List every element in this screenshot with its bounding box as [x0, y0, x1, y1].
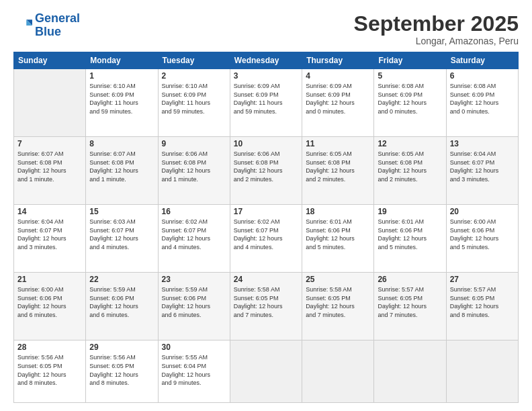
day-info: Sunrise: 5:57 AM Sunset: 6:05 PM Dayligh… — [450, 285, 515, 319]
day-number: 1 — [89, 71, 154, 81]
day-info: Sunrise: 6:01 AM Sunset: 6:06 PM Dayligh… — [306, 218, 370, 251]
day-cell: 14Sunrise: 6:04 AM Sunset: 6:07 PM Dayli… — [14, 205, 86, 273]
col-sunday: Sunday — [14, 52, 86, 69]
day-cell: 26Sunrise: 5:57 AM Sunset: 6:05 PM Dayli… — [374, 273, 446, 340]
page: General Blue September 2025 Longar, Amaz… — [0, 0, 532, 411]
week-row-3: 14Sunrise: 6:04 AM Sunset: 6:07 PM Dayli… — [14, 205, 519, 273]
day-info: Sunrise: 5:57 AM Sunset: 6:05 PM Dayligh… — [378, 285, 442, 319]
day-cell: 18Sunrise: 6:01 AM Sunset: 6:06 PM Dayli… — [302, 205, 374, 273]
day-number: 15 — [89, 207, 154, 216]
day-info: Sunrise: 6:04 AM Sunset: 6:07 PM Dayligh… — [17, 218, 82, 251]
day-number: 30 — [162, 342, 226, 352]
day-cell: 15Sunrise: 6:03 AM Sunset: 6:07 PM Dayli… — [86, 205, 158, 273]
day-info: Sunrise: 5:55 AM Sunset: 6:04 PM Dayligh… — [162, 353, 226, 387]
logo-text: General Blue — [35, 12, 80, 39]
logo-line2: Blue — [35, 25, 61, 38]
day-cell — [374, 340, 446, 403]
day-info: Sunrise: 6:00 AM Sunset: 6:06 PM Dayligh… — [17, 285, 82, 319]
day-info: Sunrise: 6:00 AM Sunset: 6:06 PM Dayligh… — [450, 218, 515, 251]
day-cell: 4Sunrise: 6:09 AM Sunset: 6:09 PM Daylig… — [302, 69, 374, 137]
day-info: Sunrise: 5:59 AM Sunset: 6:06 PM Dayligh… — [162, 285, 226, 319]
day-number: 18 — [306, 207, 370, 216]
col-wednesday: Wednesday — [230, 52, 302, 69]
day-cell: 2Sunrise: 6:10 AM Sunset: 6:09 PM Daylig… — [158, 69, 230, 137]
day-number: 14 — [17, 207, 82, 216]
day-number: 5 — [378, 71, 442, 81]
day-cell: 29Sunrise: 5:56 AM Sunset: 6:05 PM Dayli… — [86, 340, 158, 403]
day-cell: 19Sunrise: 6:01 AM Sunset: 6:06 PM Dayli… — [374, 205, 446, 273]
day-cell: 10Sunrise: 6:06 AM Sunset: 6:08 PM Dayli… — [230, 137, 302, 205]
day-info: Sunrise: 6:08 AM Sunset: 6:09 PM Dayligh… — [378, 82, 442, 116]
day-info: Sunrise: 6:06 AM Sunset: 6:08 PM Dayligh… — [234, 150, 298, 183]
day-info: Sunrise: 5:58 AM Sunset: 6:05 PM Dayligh… — [234, 285, 298, 319]
logo: General Blue — [13, 12, 80, 39]
day-number: 19 — [378, 207, 442, 216]
day-number: 29 — [89, 342, 154, 352]
col-monday: Monday — [86, 52, 158, 69]
day-number: 28 — [17, 342, 82, 352]
day-cell: 11Sunrise: 6:05 AM Sunset: 6:08 PM Dayli… — [302, 137, 374, 205]
day-number: 23 — [162, 275, 226, 284]
col-thursday: Thursday — [302, 52, 374, 69]
day-number: 16 — [162, 207, 226, 216]
day-number: 4 — [306, 71, 370, 81]
day-cell: 8Sunrise: 6:07 AM Sunset: 6:08 PM Daylig… — [86, 137, 158, 205]
day-info: Sunrise: 6:06 AM Sunset: 6:08 PM Dayligh… — [162, 150, 226, 183]
day-number: 21 — [17, 275, 82, 284]
day-cell — [230, 340, 302, 403]
day-number: 22 — [89, 275, 154, 284]
day-cell: 13Sunrise: 6:04 AM Sunset: 6:07 PM Dayli… — [446, 137, 518, 205]
day-info: Sunrise: 6:04 AM Sunset: 6:07 PM Dayligh… — [450, 150, 515, 183]
day-number: 3 — [234, 71, 298, 81]
day-info: Sunrise: 6:10 AM Sunset: 6:09 PM Dayligh… — [162, 82, 226, 116]
day-cell: 20Sunrise: 6:00 AM Sunset: 6:06 PM Dayli… — [446, 205, 518, 273]
day-info: Sunrise: 5:59 AM Sunset: 6:06 PM Dayligh… — [89, 285, 154, 319]
day-cell: 22Sunrise: 5:59 AM Sunset: 6:06 PM Dayli… — [86, 273, 158, 340]
col-saturday: Saturday — [446, 52, 518, 69]
day-cell: 3Sunrise: 6:09 AM Sunset: 6:09 PM Daylig… — [230, 69, 302, 137]
day-cell: 23Sunrise: 5:59 AM Sunset: 6:06 PM Dayli… — [158, 273, 230, 340]
day-cell: 21Sunrise: 6:00 AM Sunset: 6:06 PM Dayli… — [14, 273, 86, 340]
logo-line1: General — [35, 11, 80, 25]
day-number: 24 — [234, 275, 298, 284]
day-cell: 27Sunrise: 5:57 AM Sunset: 6:05 PM Dayli… — [446, 273, 518, 340]
calendar-table: Sunday Monday Tuesday Wednesday Thursday… — [13, 52, 519, 403]
day-number: 6 — [450, 71, 515, 81]
day-cell: 5Sunrise: 6:08 AM Sunset: 6:09 PM Daylig… — [374, 69, 446, 137]
day-info: Sunrise: 6:08 AM Sunset: 6:09 PM Dayligh… — [450, 82, 515, 116]
day-info: Sunrise: 6:09 AM Sunset: 6:09 PM Dayligh… — [306, 82, 370, 116]
day-cell: 9Sunrise: 6:06 AM Sunset: 6:08 PM Daylig… — [158, 137, 230, 205]
day-info: Sunrise: 6:03 AM Sunset: 6:07 PM Dayligh… — [89, 218, 154, 251]
day-number: 2 — [162, 71, 226, 81]
day-info: Sunrise: 5:58 AM Sunset: 6:05 PM Dayligh… — [306, 285, 370, 319]
day-cell: 30Sunrise: 5:55 AM Sunset: 6:04 PM Dayli… — [158, 340, 230, 403]
day-number: 9 — [162, 139, 226, 148]
day-cell: 16Sunrise: 6:02 AM Sunset: 6:07 PM Dayli… — [158, 205, 230, 273]
day-info: Sunrise: 6:02 AM Sunset: 6:07 PM Dayligh… — [234, 218, 298, 251]
col-friday: Friday — [374, 52, 446, 69]
day-info: Sunrise: 5:56 AM Sunset: 6:05 PM Dayligh… — [17, 353, 82, 387]
day-info: Sunrise: 6:05 AM Sunset: 6:08 PM Dayligh… — [378, 150, 442, 183]
calendar-title: September 2025 — [354, 12, 519, 36]
week-row-4: 21Sunrise: 6:00 AM Sunset: 6:06 PM Dayli… — [14, 273, 519, 340]
day-info: Sunrise: 6:09 AM Sunset: 6:09 PM Dayligh… — [234, 82, 298, 116]
day-cell: 6Sunrise: 6:08 AM Sunset: 6:09 PM Daylig… — [446, 69, 518, 137]
day-cell: 12Sunrise: 6:05 AM Sunset: 6:08 PM Dayli… — [374, 137, 446, 205]
week-row-5: 28Sunrise: 5:56 AM Sunset: 6:05 PM Dayli… — [14, 340, 519, 403]
day-cell: 24Sunrise: 5:58 AM Sunset: 6:05 PM Dayli… — [230, 273, 302, 340]
day-info: Sunrise: 6:07 AM Sunset: 6:08 PM Dayligh… — [17, 150, 82, 183]
day-cell: 17Sunrise: 6:02 AM Sunset: 6:07 PM Dayli… — [230, 205, 302, 273]
day-cell: 28Sunrise: 5:56 AM Sunset: 6:05 PM Dayli… — [14, 340, 86, 403]
day-number: 7 — [17, 139, 82, 148]
day-info: Sunrise: 6:10 AM Sunset: 6:09 PM Dayligh… — [89, 82, 154, 116]
col-tuesday: Tuesday — [158, 52, 230, 69]
day-info: Sunrise: 6:05 AM Sunset: 6:08 PM Dayligh… — [306, 150, 370, 183]
day-cell — [302, 340, 374, 403]
header-row: Sunday Monday Tuesday Wednesday Thursday… — [14, 52, 519, 69]
day-number: 12 — [378, 139, 442, 148]
day-number: 27 — [450, 275, 515, 284]
day-cell — [446, 340, 518, 403]
day-cell: 7Sunrise: 6:07 AM Sunset: 6:08 PM Daylig… — [14, 137, 86, 205]
day-info: Sunrise: 6:07 AM Sunset: 6:08 PM Dayligh… — [89, 150, 154, 183]
day-number: 17 — [234, 207, 298, 216]
